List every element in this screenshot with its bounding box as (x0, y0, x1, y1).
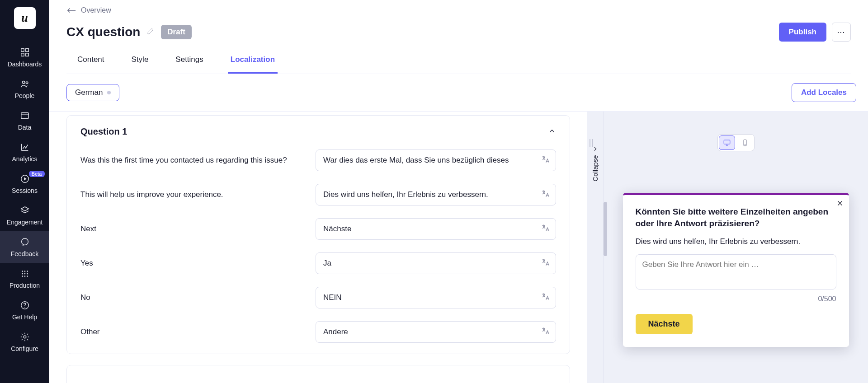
svg-point-16 (24, 276, 25, 277)
people-icon (19, 79, 30, 89)
survey-preview: Könnten Sie bitte weitere Einzelheiten a… (623, 193, 849, 347)
sidebar-item-configure[interactable]: Configure (0, 326, 49, 358)
sidebar-item-feedback[interactable]: Feedback (0, 231, 49, 263)
sidebar-item-sessions[interactable]: Beta Sessions (0, 168, 49, 200)
svg-point-15 (22, 276, 23, 277)
tab-content[interactable]: Content (75, 55, 107, 74)
data-icon (19, 110, 30, 121)
translation-input[interactable] (316, 218, 556, 240)
sidebar-item-label: Configure (11, 345, 38, 352)
gear-icon (19, 332, 30, 342)
question-card: Question 1 Was this the first time you c… (66, 115, 570, 354)
translate-icon[interactable] (541, 258, 550, 269)
status-badge: Draft (161, 25, 192, 39)
svg-rect-23 (724, 140, 730, 144)
preview-divider: Collapse (587, 112, 604, 383)
translation-input[interactable] (316, 149, 556, 171)
collapse-label: Collapse (591, 155, 599, 181)
source-text: Was this the first time you contacted us… (80, 156, 307, 165)
sidebar-item-production[interactable]: Production (0, 263, 49, 294)
translation-input[interactable] (316, 184, 556, 206)
page-title: CX question (66, 25, 140, 39)
device-mobile-button[interactable] (736, 135, 754, 151)
translation-input[interactable] (316, 287, 556, 308)
sidebar-item-label: Data (18, 124, 32, 131)
help-icon (19, 300, 30, 311)
svg-rect-2 (21, 53, 24, 56)
sidebar: u Dashboards People Data Analytics Beta … (0, 0, 49, 383)
sidebar-item-label: Dashboards (8, 61, 42, 68)
survey-subtext: Dies wird uns helfen, Ihr Erlebnis zu ve… (636, 237, 836, 246)
main-column: Overview CX question Draft Publish ⋯ Con… (49, 0, 868, 383)
sidebar-item-label: Analytics (12, 155, 37, 163)
feedback-icon (19, 237, 30, 248)
svg-point-14 (27, 273, 28, 275)
source-text: Other (80, 327, 307, 336)
logo[interactable]: u (14, 7, 36, 29)
sidebar-item-data[interactable]: Data (0, 105, 49, 136)
scrollbar-thumb[interactable] (604, 202, 607, 256)
translation-row: This will help us improve your experienc… (80, 184, 556, 206)
sidebar-item-label: Get Help (12, 313, 37, 321)
sidebar-item-label: Sessions (12, 187, 38, 194)
sidebar-item-analytics[interactable]: Analytics (0, 136, 49, 168)
survey-next-button[interactable]: Nächste (636, 314, 693, 334)
svg-point-19 (24, 307, 25, 308)
translate-icon[interactable] (541, 155, 550, 166)
source-text: Next (80, 224, 307, 234)
sidebar-item-engagement[interactable]: Engagement (0, 200, 49, 231)
sessions-icon: Beta (19, 173, 30, 184)
sidebar-item-label: Feedback (11, 250, 38, 257)
translate-icon[interactable] (541, 189, 550, 200)
svg-rect-1 (25, 49, 28, 51)
collapse-preview-button[interactable]: Collapse (591, 145, 599, 181)
svg-point-12 (22, 273, 23, 275)
tab-style[interactable]: Style (129, 55, 151, 74)
device-desktop-button[interactable] (719, 135, 735, 150)
survey-answer-input[interactable] (636, 254, 836, 290)
more-menu-button[interactable]: ⋯ (832, 23, 851, 42)
sidebar-item-gethelp[interactable]: Get Help (0, 294, 49, 326)
publish-button[interactable]: Publish (779, 23, 826, 42)
sidebar-item-label: People (15, 92, 35, 99)
question-card-title: Question 1 (80, 126, 127, 137)
sidebar-item-people[interactable]: People (0, 73, 49, 105)
translate-icon[interactable] (541, 292, 550, 303)
svg-point-11 (27, 271, 28, 272)
analytics-icon (19, 142, 30, 153)
locale-pill-german[interactable]: German (66, 84, 119, 101)
edit-title-button[interactable] (146, 27, 155, 37)
translation-row: Other (80, 321, 556, 343)
tab-localization[interactable]: Localization (228, 55, 278, 74)
translation-row: Next (80, 218, 556, 240)
svg-point-20 (24, 336, 26, 338)
arrow-left-icon (66, 7, 76, 14)
tab-settings[interactable]: Settings (173, 55, 206, 74)
translation-row: Was this the first time you contacted us… (80, 149, 556, 171)
add-locales-button[interactable]: Add Locales (792, 83, 856, 102)
locale-label: German (75, 88, 103, 97)
source-text: Yes (80, 259, 307, 268)
tabs: Content Style Settings Localization (66, 55, 851, 74)
collapse-card-button[interactable] (548, 127, 556, 137)
chevron-right-icon (592, 145, 599, 152)
source-text: This will help us improve your experienc… (80, 190, 307, 199)
translate-icon[interactable] (541, 224, 550, 234)
sidebar-item-label: Production (9, 282, 40, 289)
close-icon[interactable] (836, 200, 844, 209)
translation-input[interactable] (316, 252, 556, 274)
translation-input[interactable] (316, 321, 556, 343)
translation-row: Yes (80, 252, 556, 274)
beta-badge: Beta (29, 171, 45, 177)
sidebar-item-dashboards[interactable]: Dashboards (0, 42, 49, 73)
preview-pane: Könnten Sie bitte weitere Einzelheiten a… (604, 112, 868, 383)
back-link[interactable]: Overview (66, 6, 851, 14)
svg-rect-6 (21, 113, 28, 119)
svg-rect-0 (21, 49, 24, 51)
production-icon (19, 268, 30, 279)
next-card-placeholder (66, 365, 570, 383)
translation-row: No (80, 287, 556, 308)
editor-pane: Question 1 Was this the first time you c… (49, 112, 587, 383)
source-text: No (80, 293, 307, 302)
translate-icon[interactable] (541, 327, 550, 337)
